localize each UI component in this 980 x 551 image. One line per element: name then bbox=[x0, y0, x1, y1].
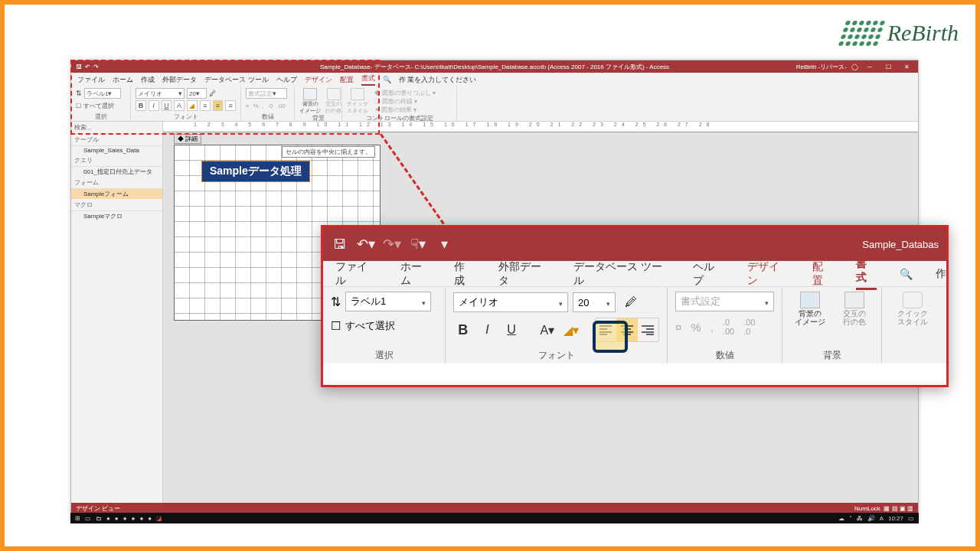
tb-app1-icon[interactable]: ● bbox=[106, 515, 110, 522]
group-label-number: 数値 bbox=[246, 112, 289, 121]
font-color-button[interactable]: A bbox=[174, 100, 185, 111]
bg-image-button[interactable]: 背景の イメージ bbox=[299, 101, 321, 113]
tab-arrange[interactable]: 配置 bbox=[340, 75, 354, 85]
tb-app6-icon[interactable]: ● bbox=[148, 515, 152, 522]
nav-macros-header[interactable]: マクロ bbox=[71, 199, 162, 211]
explorer-icon[interactable]: 🗀 bbox=[96, 515, 102, 522]
zoom-title-right: Sample_Databas bbox=[862, 239, 939, 250]
windows-taskbar: ⊞ ▭ 🗀 ● ● ● ● ● ● ◪ ☁ ˄ 🖧 🔊 A 10:27 ▭ bbox=[70, 513, 919, 523]
zgroup-label-bg: 背景 bbox=[790, 346, 874, 362]
align-right-button[interactable]: ≡ bbox=[225, 100, 236, 111]
ztab-tell-prefix[interactable]: 作 bbox=[936, 267, 946, 281]
object-select-combo[interactable]: ラベル1 bbox=[84, 88, 121, 99]
format-painter-icon[interactable]: 🖉 bbox=[209, 90, 216, 97]
nav-queries-header[interactable]: クエリ bbox=[71, 155, 162, 167]
zalign-center-button[interactable] bbox=[616, 318, 637, 341]
tray-ime-icon[interactable]: A bbox=[880, 515, 884, 522]
tb-app3-icon[interactable]: ● bbox=[123, 515, 127, 522]
qat-undo-icon[interactable]: ↶▾ bbox=[357, 235, 375, 253]
qat-save-icon[interactable]: 🖫 bbox=[331, 235, 349, 253]
tab-home[interactable]: ホーム bbox=[113, 75, 133, 85]
font-size-combo[interactable]: 20 bbox=[187, 88, 207, 99]
form-label-control[interactable]: Sampleデータ処理 bbox=[201, 161, 310, 182]
nav-item-table[interactable]: Sample_Sales_Data bbox=[71, 146, 162, 155]
underline-button[interactable]: U bbox=[162, 100, 172, 111]
qat-customize-icon[interactable]: ▾ bbox=[435, 235, 453, 253]
number-format-combo[interactable]: 書式設定 bbox=[246, 88, 287, 99]
select-all-button[interactable]: ☐ すべて選択 bbox=[76, 102, 126, 110]
ztab-create[interactable]: 作成 bbox=[454, 260, 475, 288]
tab-create[interactable]: 作成 bbox=[141, 75, 155, 85]
tooltip: セルの内容を中央に揃えます。 bbox=[282, 146, 375, 158]
zalign-right-button[interactable] bbox=[638, 318, 658, 341]
tell-me-prefix[interactable]: 作 bbox=[399, 75, 406, 85]
tab-external[interactable]: 外部データ bbox=[162, 75, 197, 85]
zfill-color-button[interactable]: ◢▾ bbox=[562, 319, 582, 341]
zdec-decimal-icon: .00.0 bbox=[743, 318, 755, 336]
tray-cloud-icon[interactable]: ☁ bbox=[838, 515, 844, 522]
tab-format[interactable]: 書式 bbox=[361, 73, 375, 86]
ztab-design[interactable]: デザイン bbox=[747, 260, 789, 288]
taskview-icon[interactable]: ▭ bbox=[85, 515, 91, 522]
align-left-button[interactable]: ≡ bbox=[200, 100, 211, 111]
zfont-name-combo[interactable]: メイリオ bbox=[453, 292, 568, 312]
tab-help[interactable]: ヘルプ bbox=[276, 75, 297, 85]
nav-search[interactable]: 検索... bbox=[71, 122, 162, 134]
tray-time[interactable]: 10:27 bbox=[888, 515, 903, 522]
ztab-dbtools[interactable]: データベース ツール bbox=[573, 260, 670, 288]
tb-app4-icon[interactable]: ● bbox=[132, 515, 136, 522]
zalign-left-button[interactable] bbox=[596, 318, 616, 341]
ztab-home[interactable]: ホーム bbox=[400, 260, 432, 288]
font-name-combo[interactable]: メイリオ bbox=[136, 88, 185, 99]
ztab-search-icon[interactable]: 🔍 bbox=[900, 268, 913, 280]
ztab-help[interactable]: ヘルプ bbox=[693, 260, 724, 288]
zoom-ribbon-tabs: ファイル ホーム 作成 外部データ データベース ツール ヘルプ デザイン 配置… bbox=[323, 261, 946, 287]
window-title: Sample_Database- データベース- C:\Users\tkatt\… bbox=[71, 63, 918, 71]
tb-app2-icon[interactable]: ● bbox=[115, 515, 119, 522]
status-view: デザイン ビュー bbox=[76, 504, 120, 513]
zunderline-button[interactable]: U bbox=[501, 319, 521, 341]
alt-row-button: 交互の 行の色 bbox=[325, 101, 341, 113]
nav-forms-header[interactable]: フォーム bbox=[71, 177, 162, 189]
tab-file[interactable]: ファイル bbox=[77, 75, 105, 85]
bold-button[interactable]: B bbox=[136, 100, 146, 111]
zbold-button[interactable]: B bbox=[453, 319, 473, 341]
zselect-all-button[interactable]: すべて選択 bbox=[345, 319, 395, 333]
ribbon-small: ⇅ラベル1 ☐ すべて選択 選択 メイリオ 20 🖉 B I U A ◢ ≡ ≡ bbox=[71, 86, 918, 122]
nav-item-query[interactable]: 001_指定日付売上データ bbox=[71, 167, 162, 177]
tab-design[interactable]: デザイン bbox=[305, 75, 332, 85]
zcurrency-icon: ¤ bbox=[675, 321, 681, 334]
zfont-size-combo[interactable]: 20 bbox=[573, 292, 616, 312]
start-icon[interactable]: ⊞ bbox=[75, 515, 80, 522]
zbg-image-button[interactable]: 背景の イメージ bbox=[793, 292, 827, 326]
ztab-external[interactable]: 外部データ bbox=[498, 260, 550, 288]
zfont-color-button[interactable]: A▾ bbox=[537, 319, 557, 341]
ztab-format[interactable]: 書式 bbox=[856, 257, 877, 290]
zformat-painter-icon[interactable]: 🖉 bbox=[620, 292, 642, 313]
tray-net-icon[interactable]: 🖧 bbox=[857, 515, 863, 522]
tb-app5-icon[interactable]: ● bbox=[139, 515, 143, 522]
ztab-arrange[interactable]: 配置 bbox=[812, 260, 833, 288]
tray-notif-icon[interactable]: ▭ bbox=[908, 515, 914, 522]
italic-button[interactable]: I bbox=[149, 100, 159, 111]
tab-dbtools[interactable]: データベース ツール bbox=[204, 75, 269, 85]
nav-tables-header[interactable]: テーブル bbox=[71, 134, 162, 146]
align-center-button[interactable]: ≡ bbox=[213, 100, 224, 111]
zitalic-button[interactable]: I bbox=[478, 319, 498, 341]
tell-me-icon[interactable]: 🔍 bbox=[383, 76, 391, 83]
quick-style-button: クイック スタイル bbox=[347, 101, 368, 113]
ztab-file[interactable]: ファイル bbox=[335, 260, 377, 288]
tell-me-input[interactable]: 業を入力してください bbox=[407, 75, 476, 85]
zoom-titlebar: 🖫 ↶▾ ↷▾ ☟▾ ▾ Sample_Databas bbox=[323, 227, 946, 261]
tray-up-icon[interactable]: ˄ bbox=[849, 515, 852, 522]
nav-item-form[interactable]: Sampleフォーム bbox=[71, 189, 162, 199]
section-header[interactable]: ◆ 詳細 bbox=[174, 134, 201, 144]
qat-redo-icon: ↷▾ bbox=[383, 235, 401, 253]
tray-sound-icon[interactable]: 🔊 bbox=[867, 515, 875, 522]
tb-access-icon[interactable]: ◪ bbox=[156, 515, 162, 522]
zoom-ribbon-panel: 🖫 ↶▾ ↷▾ ☟▾ ▾ Sample_Databas ファイル ホーム 作成 … bbox=[321, 225, 949, 387]
zobject-select-combo[interactable]: ラベル1 bbox=[345, 292, 431, 311]
fill-color-button[interactable]: ◢ bbox=[187, 100, 198, 111]
nav-item-macro[interactable]: Sampleマクロ bbox=[71, 211, 162, 221]
qat-touch-icon[interactable]: ☟▾ bbox=[409, 235, 427, 253]
